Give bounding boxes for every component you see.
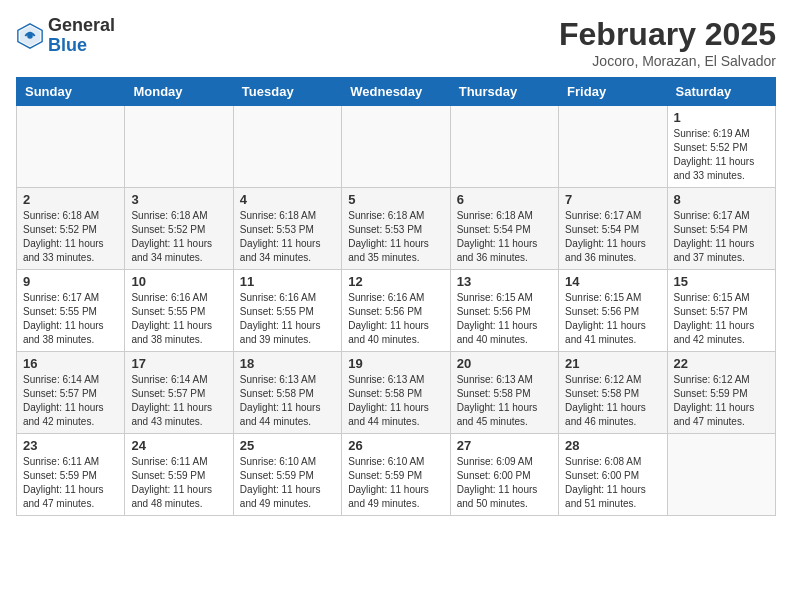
day-info: Sunrise: 6:17 AM Sunset: 5:54 PM Dayligh… [565,209,660,265]
calendar-day: 20Sunrise: 6:13 AM Sunset: 5:58 PM Dayli… [450,352,558,434]
day-info: Sunrise: 6:19 AM Sunset: 5:52 PM Dayligh… [674,127,769,183]
day-number: 17 [131,356,226,371]
day-number: 14 [565,274,660,289]
calendar-day: 26Sunrise: 6:10 AM Sunset: 5:59 PM Dayli… [342,434,450,516]
calendar-day: 15Sunrise: 6:15 AM Sunset: 5:57 PM Dayli… [667,270,775,352]
calendar-table: SundayMondayTuesdayWednesdayThursdayFrid… [16,77,776,516]
calendar-day: 17Sunrise: 6:14 AM Sunset: 5:57 PM Dayli… [125,352,233,434]
day-info: Sunrise: 6:15 AM Sunset: 5:56 PM Dayligh… [565,291,660,347]
day-info: Sunrise: 6:10 AM Sunset: 5:59 PM Dayligh… [240,455,335,511]
day-info: Sunrise: 6:13 AM Sunset: 5:58 PM Dayligh… [348,373,443,429]
day-number: 27 [457,438,552,453]
day-number: 28 [565,438,660,453]
calendar-day: 25Sunrise: 6:10 AM Sunset: 5:59 PM Dayli… [233,434,341,516]
calendar-week-row: 1Sunrise: 6:19 AM Sunset: 5:52 PM Daylig… [17,106,776,188]
day-info: Sunrise: 6:17 AM Sunset: 5:55 PM Dayligh… [23,291,118,347]
page-header: General Blue February 2025 Jocoro, Moraz… [16,16,776,69]
day-number: 2 [23,192,118,207]
column-header-wednesday: Wednesday [342,78,450,106]
calendar-day [667,434,775,516]
day-info: Sunrise: 6:12 AM Sunset: 5:59 PM Dayligh… [674,373,769,429]
day-number: 1 [674,110,769,125]
column-header-sunday: Sunday [17,78,125,106]
day-info: Sunrise: 6:18 AM Sunset: 5:54 PM Dayligh… [457,209,552,265]
logo: General Blue [16,16,115,56]
calendar-week-row: 9Sunrise: 6:17 AM Sunset: 5:55 PM Daylig… [17,270,776,352]
calendar-day: 23Sunrise: 6:11 AM Sunset: 5:59 PM Dayli… [17,434,125,516]
calendar-day: 27Sunrise: 6:09 AM Sunset: 6:00 PM Dayli… [450,434,558,516]
day-number: 5 [348,192,443,207]
svg-point-2 [27,33,33,39]
day-number: 20 [457,356,552,371]
day-info: Sunrise: 6:13 AM Sunset: 5:58 PM Dayligh… [240,373,335,429]
column-header-friday: Friday [559,78,667,106]
day-info: Sunrise: 6:17 AM Sunset: 5:54 PM Dayligh… [674,209,769,265]
calendar-day [233,106,341,188]
day-number: 6 [457,192,552,207]
day-number: 21 [565,356,660,371]
day-number: 8 [674,192,769,207]
day-info: Sunrise: 6:10 AM Sunset: 5:59 PM Dayligh… [348,455,443,511]
day-info: Sunrise: 6:18 AM Sunset: 5:53 PM Dayligh… [348,209,443,265]
day-info: Sunrise: 6:16 AM Sunset: 5:55 PM Dayligh… [240,291,335,347]
day-info: Sunrise: 6:16 AM Sunset: 5:55 PM Dayligh… [131,291,226,347]
calendar-title: February 2025 [559,16,776,53]
day-info: Sunrise: 6:08 AM Sunset: 6:00 PM Dayligh… [565,455,660,511]
day-number: 10 [131,274,226,289]
calendar-day: 24Sunrise: 6:11 AM Sunset: 5:59 PM Dayli… [125,434,233,516]
calendar-subtitle: Jocoro, Morazan, El Salvador [559,53,776,69]
day-number: 16 [23,356,118,371]
calendar-day: 7Sunrise: 6:17 AM Sunset: 5:54 PM Daylig… [559,188,667,270]
calendar-day: 16Sunrise: 6:14 AM Sunset: 5:57 PM Dayli… [17,352,125,434]
calendar-week-row: 2Sunrise: 6:18 AM Sunset: 5:52 PM Daylig… [17,188,776,270]
day-number: 23 [23,438,118,453]
calendar-day: 9Sunrise: 6:17 AM Sunset: 5:55 PM Daylig… [17,270,125,352]
day-info: Sunrise: 6:11 AM Sunset: 5:59 PM Dayligh… [23,455,118,511]
day-info: Sunrise: 6:11 AM Sunset: 5:59 PM Dayligh… [131,455,226,511]
day-number: 19 [348,356,443,371]
calendar-day [342,106,450,188]
calendar-day: 22Sunrise: 6:12 AM Sunset: 5:59 PM Dayli… [667,352,775,434]
day-number: 26 [348,438,443,453]
day-number: 15 [674,274,769,289]
calendar-day: 6Sunrise: 6:18 AM Sunset: 5:54 PM Daylig… [450,188,558,270]
day-number: 22 [674,356,769,371]
day-number: 13 [457,274,552,289]
calendar-day: 3Sunrise: 6:18 AM Sunset: 5:52 PM Daylig… [125,188,233,270]
day-info: Sunrise: 6:14 AM Sunset: 5:57 PM Dayligh… [23,373,118,429]
day-number: 9 [23,274,118,289]
logo-text: General Blue [48,16,115,56]
day-number: 7 [565,192,660,207]
calendar-header-row: SundayMondayTuesdayWednesdayThursdayFrid… [17,78,776,106]
day-info: Sunrise: 6:18 AM Sunset: 5:53 PM Dayligh… [240,209,335,265]
day-info: Sunrise: 6:13 AM Sunset: 5:58 PM Dayligh… [457,373,552,429]
calendar-day [17,106,125,188]
day-info: Sunrise: 6:18 AM Sunset: 5:52 PM Dayligh… [131,209,226,265]
calendar-day: 18Sunrise: 6:13 AM Sunset: 5:58 PM Dayli… [233,352,341,434]
calendar-day: 10Sunrise: 6:16 AM Sunset: 5:55 PM Dayli… [125,270,233,352]
calendar-day: 4Sunrise: 6:18 AM Sunset: 5:53 PM Daylig… [233,188,341,270]
column-header-saturday: Saturday [667,78,775,106]
day-info: Sunrise: 6:16 AM Sunset: 5:56 PM Dayligh… [348,291,443,347]
day-info: Sunrise: 6:15 AM Sunset: 5:56 PM Dayligh… [457,291,552,347]
day-number: 12 [348,274,443,289]
day-info: Sunrise: 6:12 AM Sunset: 5:58 PM Dayligh… [565,373,660,429]
calendar-day [559,106,667,188]
calendar-day: 21Sunrise: 6:12 AM Sunset: 5:58 PM Dayli… [559,352,667,434]
calendar-day: 28Sunrise: 6:08 AM Sunset: 6:00 PM Dayli… [559,434,667,516]
calendar-day: 19Sunrise: 6:13 AM Sunset: 5:58 PM Dayli… [342,352,450,434]
column-header-tuesday: Tuesday [233,78,341,106]
day-info: Sunrise: 6:15 AM Sunset: 5:57 PM Dayligh… [674,291,769,347]
calendar-day: 11Sunrise: 6:16 AM Sunset: 5:55 PM Dayli… [233,270,341,352]
day-number: 3 [131,192,226,207]
day-info: Sunrise: 6:09 AM Sunset: 6:00 PM Dayligh… [457,455,552,511]
day-number: 4 [240,192,335,207]
column-header-thursday: Thursday [450,78,558,106]
day-info: Sunrise: 6:18 AM Sunset: 5:52 PM Dayligh… [23,209,118,265]
day-info: Sunrise: 6:14 AM Sunset: 5:57 PM Dayligh… [131,373,226,429]
day-number: 25 [240,438,335,453]
calendar-day: 13Sunrise: 6:15 AM Sunset: 5:56 PM Dayli… [450,270,558,352]
column-header-monday: Monday [125,78,233,106]
calendar-day: 1Sunrise: 6:19 AM Sunset: 5:52 PM Daylig… [667,106,775,188]
day-number: 24 [131,438,226,453]
